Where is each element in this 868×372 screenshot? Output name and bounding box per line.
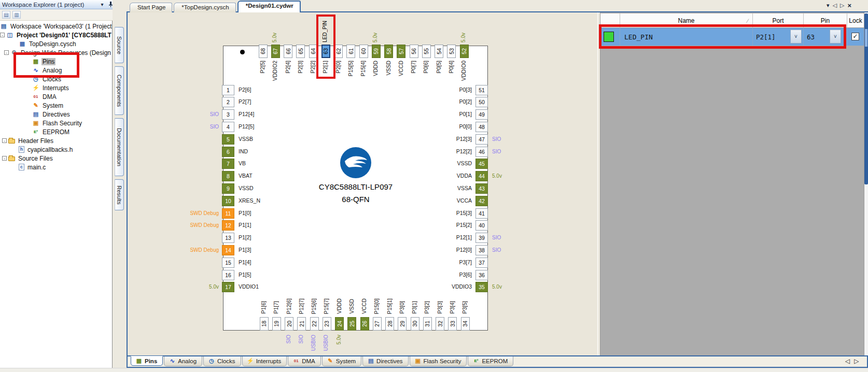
pin-17[interactable]: 17 [222, 282, 234, 292]
pin-24[interactable]: 24 [335, 317, 344, 331]
pin-9[interactable]: 9 [222, 183, 234, 194]
resource-tab-dma[interactable]: 01DMA [288, 356, 321, 366]
side-tab-source[interactable]: Source [115, 27, 124, 63]
collapse-expander-icon[interactable]: - [0, 33, 5, 37]
pin-20[interactable]: 20 [285, 317, 293, 331]
pin-3[interactable]: 3 [222, 109, 234, 120]
pin-66[interactable]: 66 [284, 45, 292, 58]
pin-36[interactable]: 36 [475, 270, 488, 280]
tree-item-clocks[interactable]: ◷Clocks [0, 75, 112, 83]
table-vertical-scrollbar[interactable] [864, 12, 868, 355]
pin-dropdown-button[interactable]: ˅ [830, 30, 841, 44]
tree-item-workspace-workspace03-1-projects[interactable]: ▤Workspace 'Workspace03' (1 Projects) [0, 22, 112, 31]
pin-26[interactable]: 26 [360, 317, 369, 331]
tree-item-analog[interactable]: ∿Analog [0, 66, 112, 75]
tree-item-system[interactable]: ✎System [0, 101, 112, 110]
tree-item-design-wide-resources-design[interactable]: -⚙Design-Wide Resources (Design [0, 48, 112, 57]
pin-39[interactable]: 39 [475, 233, 488, 243]
pin-60[interactable]: 60 [359, 45, 368, 58]
pin-67[interactable]: 67 [271, 45, 280, 58]
scroll-right-icon[interactable]: ▷ [854, 357, 859, 365]
side-tab-documentation[interactable]: Documentation [115, 118, 124, 176]
resource-tab-system[interactable]: ✎System [322, 356, 361, 366]
pin-64[interactable]: 64 [309, 45, 318, 58]
pin-name-cell[interactable]: LED_PIN [620, 28, 753, 46]
resource-tab-eeprom[interactable]: E²EEPROM [468, 356, 513, 366]
tree-item-topdesign-cysch[interactable]: ▦TopDesign.cysch [0, 39, 112, 48]
tree-item-interrupts[interactable]: ⚡Interrupts [0, 83, 112, 92]
pin-37[interactable]: 37 [475, 257, 488, 268]
pin-53[interactable]: 53 [447, 45, 456, 58]
pin-55[interactable]: 55 [422, 45, 431, 58]
pin-4[interactable]: 4 [222, 122, 234, 132]
pin-58[interactable]: 58 [384, 45, 393, 58]
tree-item-project-design01-cy8c5888lt[interactable]: -◫Project 'Design01' [CY8C5888LT [0, 31, 112, 39]
tree-item-pins[interactable]: ▦Pins [0, 57, 112, 66]
scroll-tabs-left-icon[interactable]: ◁ [833, 2, 837, 9]
pin-18[interactable]: 18 [260, 317, 269, 331]
pin-47[interactable]: 47 [475, 134, 488, 145]
pin-54[interactable]: 54 [435, 45, 443, 58]
resource-tab-interrupts[interactable]: ⚡Interrupts [242, 356, 287, 366]
window-menu-icon[interactable]: ▾ [99, 1, 106, 8]
collapse-expander-icon[interactable]: - [2, 156, 7, 161]
pin-23[interactable]: 23 [323, 317, 331, 331]
pin-65[interactable]: 65 [296, 45, 305, 58]
pin-38[interactable]: 38 [475, 245, 488, 255]
pin-7[interactable]: 7 [222, 159, 234, 169]
pin-57[interactable]: 57 [397, 45, 405, 58]
tree-item-main-c[interactable]: cmain.c [0, 163, 112, 171]
pin-15[interactable]: 15 [222, 257, 234, 268]
tree-item-header-files[interactable]: -Header Files [0, 136, 112, 145]
tree-item-cyapicallbacks-h[interactable]: hcyapicallbacks.h [0, 145, 112, 154]
tree-item-flash-security[interactable]: ▣Flash Security [0, 119, 112, 127]
pin-50[interactable]: 50 [475, 97, 488, 107]
pin-68[interactable]: 68 [259, 45, 268, 58]
resource-tab-pins[interactable]: ▦Pins [131, 356, 163, 366]
pin-44[interactable]: 44 [475, 171, 488, 181]
scroll-left-icon[interactable]: ◁ [845, 357, 850, 365]
collapse-all-button[interactable]: ▥ [12, 11, 21, 19]
pin-31[interactable]: 31 [423, 317, 432, 331]
pin-59[interactable]: 59 [372, 45, 381, 58]
tree-item-source-files[interactable]: -Source Files [0, 154, 112, 163]
pin-62[interactable]: 62 [334, 45, 343, 58]
pin-45[interactable]: 45 [475, 159, 488, 169]
table-header-name[interactable]: Name ∕ [620, 13, 753, 28]
pin-63[interactable]: 63 [321, 45, 330, 58]
pin-22[interactable]: 22 [310, 317, 319, 331]
pin-56[interactable]: 56 [410, 45, 418, 58]
pin-27[interactable]: 27 [373, 317, 382, 331]
pin-25[interactable]: 25 [347, 317, 356, 331]
tree-item-dma[interactable]: 01DMA [0, 92, 112, 101]
collapse-expander-icon[interactable]: - [2, 138, 7, 143]
table-header-pin[interactable]: Pin [804, 13, 847, 28]
pin-40[interactable]: 40 [475, 220, 488, 231]
scroll-tabs-right-icon[interactable]: ▷ [840, 2, 844, 9]
pin-5[interactable]: 5 [222, 134, 234, 145]
doc-tab-start-page[interactable]: Start Page [130, 3, 172, 12]
pin-12[interactable]: 12 [222, 220, 234, 231]
pin-42[interactable]: 42 [475, 196, 488, 206]
pin-46[interactable]: 46 [475, 147, 488, 157]
pin-21[interactable]: 21 [297, 317, 306, 331]
tree-item-directives[interactable]: ▤Directives [0, 110, 112, 119]
collapse-expander-icon[interactable]: - [4, 50, 9, 55]
table-header-lock[interactable]: Lock [847, 13, 864, 28]
resource-tab-clocks[interactable]: ◷Clocks [203, 356, 241, 366]
active-files-menu-icon[interactable]: ▾ [827, 2, 830, 9]
pin-10[interactable]: 10 [222, 196, 234, 206]
pin-61[interactable]: 61 [346, 45, 355, 58]
pin-43[interactable]: 43 [475, 183, 488, 194]
pin-11[interactable]: 11 [222, 208, 234, 219]
resource-tab-flash-security[interactable]: ▣Flash Security [410, 356, 467, 366]
pin-35[interactable]: 35 [475, 282, 488, 292]
doc-tab-topdesign-cysch[interactable]: *TopDesign.cysch [174, 3, 235, 12]
pin-48[interactable]: 48 [475, 122, 488, 132]
resource-tab-analog[interactable]: ∿Analog [164, 356, 202, 366]
tree-view-button[interactable]: ▤ [2, 11, 10, 19]
pin-14[interactable]: 14 [222, 245, 234, 255]
resource-tab-directives[interactable]: ▤Directives [362, 356, 408, 366]
pin-33[interactable]: 33 [448, 317, 457, 331]
table-header-port[interactable]: Port [753, 13, 804, 28]
